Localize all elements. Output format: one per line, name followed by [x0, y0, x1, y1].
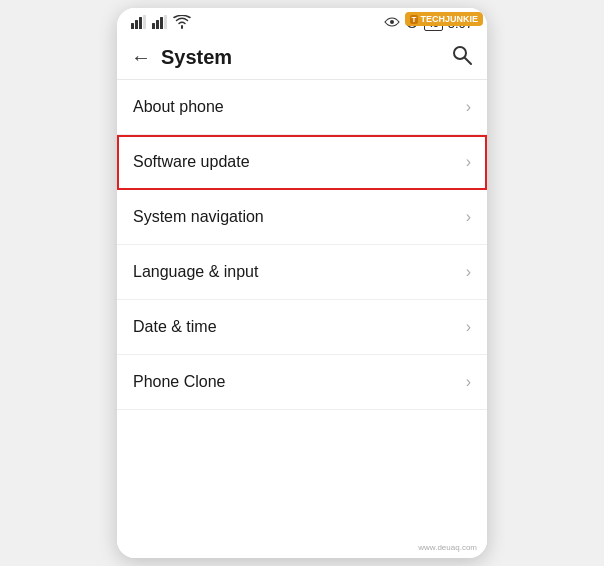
- page-title: System: [161, 46, 451, 69]
- chevron-icon: ›: [466, 318, 471, 336]
- status-left: [131, 15, 191, 32]
- svg-rect-4: [152, 23, 155, 29]
- chevron-icon: ›: [466, 153, 471, 171]
- menu-item-language-input[interactable]: Language & input ›: [117, 245, 487, 300]
- signal-icon-1: [131, 15, 147, 31]
- svg-point-8: [390, 20, 394, 24]
- svg-line-15: [465, 58, 471, 64]
- menu-item-system-navigation[interactable]: System navigation ›: [117, 190, 487, 245]
- menu-item-label: Language & input: [133, 263, 258, 281]
- menu-item-phone-clone[interactable]: Phone Clone ›: [117, 355, 487, 410]
- chevron-icon: ›: [466, 263, 471, 281]
- menu-item-date-time[interactable]: Date & time ›: [117, 300, 487, 355]
- back-button[interactable]: ←: [131, 46, 151, 69]
- menu-item-label: Software update: [133, 153, 250, 171]
- menu-item-about-phone[interactable]: About phone ›: [117, 80, 487, 135]
- svg-rect-0: [131, 23, 134, 29]
- signal-icon-2: [152, 15, 168, 31]
- svg-rect-1: [135, 20, 138, 29]
- search-button[interactable]: [451, 44, 473, 71]
- menu-item-label: Date & time: [133, 318, 217, 336]
- header: ← System: [117, 36, 487, 80]
- chevron-icon: ›: [466, 98, 471, 116]
- svg-rect-2: [139, 17, 142, 29]
- chevron-icon: ›: [466, 373, 471, 391]
- menu-item-software-update[interactable]: Software update ›: [117, 135, 487, 190]
- svg-rect-3: [143, 15, 146, 29]
- svg-rect-7: [164, 15, 167, 29]
- svg-rect-5: [156, 20, 159, 29]
- svg-rect-6: [160, 17, 163, 29]
- watermark: www.deuaq.com: [418, 543, 477, 552]
- brand-name: TECHJUNKIE: [420, 14, 478, 24]
- phone-frame: T TECHJUNKIE: [117, 8, 487, 558]
- svg-point-14: [454, 47, 466, 59]
- brand-badge: T: [410, 15, 419, 24]
- chevron-icon: ›: [466, 208, 471, 226]
- menu-item-label: System navigation: [133, 208, 264, 226]
- menu-item-label: About phone: [133, 98, 224, 116]
- brand-logo: T TECHJUNKIE: [405, 12, 483, 26]
- menu-list: About phone › Software update › System n…: [117, 80, 487, 558]
- menu-item-label: Phone Clone: [133, 373, 226, 391]
- eye-icon: [384, 16, 400, 30]
- wifi-icon: [173, 15, 191, 32]
